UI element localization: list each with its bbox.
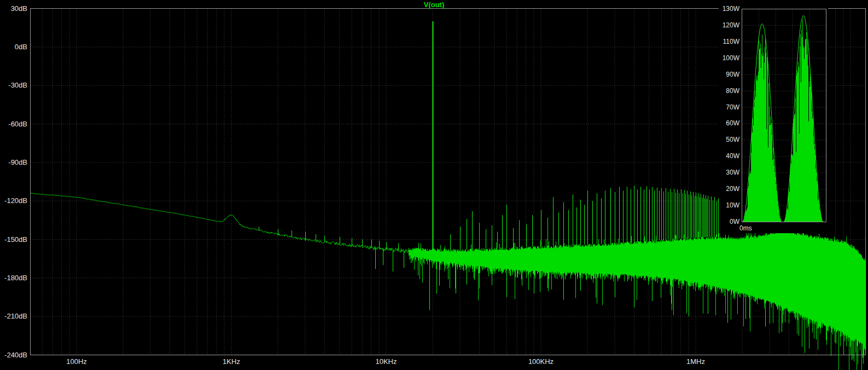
y-tick-label: -150dB <box>0 236 27 244</box>
w-tick-label: 130W <box>719 5 739 13</box>
y-tick-label: -180dB <box>0 274 27 282</box>
w-tick-label: 80W <box>719 88 739 95</box>
w-tick-label: 110W <box>719 38 739 45</box>
y-tick-label: -240dB <box>0 351 27 359</box>
y-tick-label: -60dB <box>0 120 27 128</box>
power-x-tick: 0ms <box>739 224 752 232</box>
w-tick-label: 50W <box>719 136 739 143</box>
y-tick-label: -120dB <box>0 197 27 205</box>
w-tick-label: 60W <box>719 120 739 127</box>
w-tick-label: 40W <box>719 153 739 160</box>
w-tick-label: 30W <box>719 169 739 176</box>
w-tick-label: 100W <box>719 55 739 62</box>
waveform-viewer: V(out) 30dB0dB-30dB-60dB-90dB-120dB-150d… <box>0 0 868 370</box>
x-tick-label: 100Hz <box>52 357 101 366</box>
y-tick-label: 0dB <box>0 43 27 51</box>
w-tick-label: 120W <box>719 22 739 29</box>
w-tick-label: 10W <box>719 202 739 209</box>
w-tick-label: 0W <box>719 218 739 226</box>
w-tick-label: 70W <box>719 104 739 111</box>
y-tick-label: -90dB <box>0 159 27 166</box>
y-tick-label: 30dB <box>0 5 27 13</box>
y-tick-label: -210dB <box>0 313 27 320</box>
x-tick-label: 1KHz <box>207 357 256 366</box>
x-tick-label: 10KHz <box>362 357 411 366</box>
power-pane[interactable]: 130W120W110W100W90W80W70W60W50W40W30W20W… <box>719 3 828 233</box>
w-tick-label: 20W <box>719 186 739 193</box>
x-tick-label: 1MHz <box>671 357 720 366</box>
y-tick-label: -30dB <box>0 82 27 89</box>
x-tick-label: 100KHz <box>516 357 566 366</box>
w-tick-label: 90W <box>719 71 739 78</box>
